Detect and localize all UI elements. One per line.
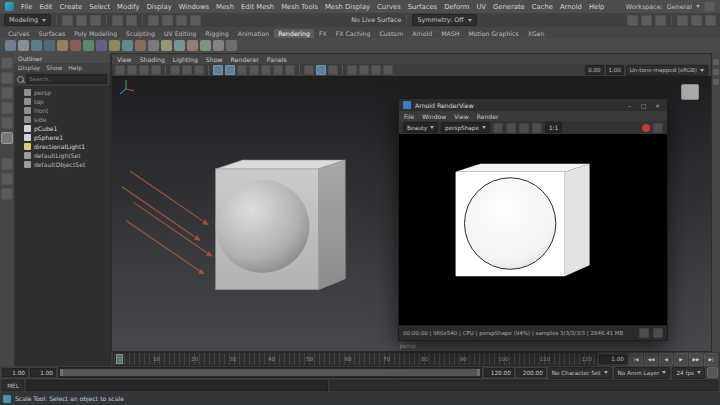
rotate-tool-icon[interactable] <box>1 117 13 129</box>
2d-pan-zoom-icon[interactable] <box>182 65 192 75</box>
viewport-menu-renderer[interactable]: Renderer <box>231 56 259 63</box>
shelf-tab-animation[interactable]: Animation <box>234 29 274 38</box>
exposure-field[interactable]: 0.00 <box>585 65 603 75</box>
open-scene-icon[interactable] <box>76 15 87 26</box>
playback-start-field[interactable]: 1.00 <box>2 368 28 377</box>
layout-single-pane-icon[interactable] <box>1 158 13 170</box>
paint-select-tool-icon[interactable] <box>1 87 13 99</box>
menubar-item-edit[interactable]: Edit <box>39 3 52 11</box>
shelf-icon[interactable] <box>226 40 237 51</box>
xray-joints-icon[interactable] <box>328 65 338 75</box>
outliner-menu-show[interactable]: Show <box>46 64 62 71</box>
maximize-button[interactable]: □ <box>638 101 649 110</box>
viewport-menu-view[interactable]: View <box>117 56 132 63</box>
menubar-item-edit-mesh[interactable]: Edit Mesh <box>241 3 274 11</box>
scale-tool-icon[interactable] <box>1 132 13 144</box>
shelf-tab-sculpting[interactable]: Sculpting <box>122 29 159 38</box>
layout-two-pane-icon[interactable] <box>1 188 13 200</box>
arnold-title-bar[interactable]: Arnold RenderView – □ × <box>399 99 667 111</box>
shelf-tab-xgen[interactable]: XGen <box>524 29 549 38</box>
shelf-icon[interactable] <box>31 40 42 51</box>
range-slider-handle[interactable] <box>60 369 480 376</box>
outliner-item-pcube1[interactable]: pCube1 <box>14 124 110 133</box>
shelf-tab-surfaces[interactable]: Surfaces <box>34 29 69 38</box>
snap-to-plane-icon[interactable] <box>190 15 201 26</box>
menubar-item-help[interactable]: Help <box>589 3 605 11</box>
step-forward-button[interactable]: ▶▶ <box>689 353 703 366</box>
viewport-menu-show[interactable]: Show <box>206 56 223 63</box>
attribute-editor-toggle-icon[interactable] <box>713 59 719 65</box>
zoom-1-1-button[interactable]: 1:1 <box>545 122 562 133</box>
go-to-end-button[interactable]: ▶| <box>704 353 718 366</box>
motion-blur-icon[interactable] <box>285 65 295 75</box>
select-tool-icon[interactable] <box>1 57 13 69</box>
menubar-item-cache[interactable]: Cache <box>532 3 553 11</box>
gamma-field[interactable]: 1.00 <box>606 65 624 75</box>
no-live-surface-label[interactable]: No Live Surface <box>351 16 401 24</box>
shaded-icon[interactable] <box>225 65 235 75</box>
pause-render-icon[interactable] <box>506 123 516 133</box>
viewport-menu-shading[interactable]: Shading <box>140 56 165 63</box>
menubar-item-curves[interactable]: Curves <box>377 3 401 11</box>
shelf-tab-curves[interactable]: Curves <box>4 29 33 38</box>
menubar-item-modify[interactable]: Modify <box>117 3 140 11</box>
shelf-tab-motion-graphics[interactable]: Motion Graphics <box>464 29 522 38</box>
redo-icon[interactable] <box>126 15 137 26</box>
menubar-item-mesh[interactable]: Mesh <box>216 3 234 11</box>
close-button[interactable]: × <box>652 101 663 110</box>
outliner-item-directionallight1[interactable]: directionalLight1 <box>14 142 110 151</box>
shelf-tab-rendering[interactable]: Rendering <box>274 29 314 38</box>
outliner-item-defaultobjectset[interactable]: defaultObjectSet <box>14 160 110 169</box>
menubar-item-arnold[interactable]: Arnold <box>560 3 582 11</box>
menubar-item-surfaces[interactable]: Surfaces <box>408 3 437 11</box>
menubar-item-deform[interactable]: Deform <box>444 3 469 11</box>
menubar-item-uv[interactable]: UV <box>476 3 486 11</box>
start-ipr-icon[interactable] <box>493 123 503 133</box>
shelf-icon[interactable] <box>83 40 94 51</box>
shelf-icon[interactable] <box>5 40 16 51</box>
arnold-menu-render[interactable]: Render <box>477 113 499 120</box>
shelf-tab-poly-modeling[interactable]: Poly Modeling <box>70 29 121 38</box>
play-button[interactable]: ▶ <box>674 353 688 366</box>
shelf-icon[interactable] <box>44 40 55 51</box>
stop-render-icon[interactable] <box>642 124 650 132</box>
outliner-item-persp[interactable]: persp <box>14 88 110 97</box>
viewport-menu-lighting[interactable]: Lighting <box>173 56 198 63</box>
fps-selector[interactable]: 24 fps <box>672 367 705 379</box>
bookmark-icon[interactable] <box>151 65 161 75</box>
render-settings-icon[interactable] <box>655 15 666 26</box>
sidebar-tool-settings-icon[interactable] <box>691 15 702 26</box>
shelf-icon[interactable] <box>122 40 133 51</box>
viewport-hud-button[interactable] <box>681 84 699 100</box>
sidebar-channel-box-icon[interactable] <box>705 15 716 26</box>
shelf-icon[interactable] <box>96 40 107 51</box>
aov-selector[interactable]: Beauty <box>403 122 438 133</box>
anim-layer-selector[interactable]: No Anim Layer <box>614 367 671 379</box>
shelf-icon[interactable] <box>200 40 211 51</box>
lock-camera-icon[interactable] <box>127 65 137 75</box>
menubar-item-display[interactable]: Display <box>147 3 172 11</box>
shelf-tab-custom[interactable]: Custom <box>375 29 407 38</box>
time-slider-track[interactable]: 1 10 20 30 40 50 60 70 80 90 100 110 120 <box>113 352 597 366</box>
xray-icon[interactable] <box>316 65 326 75</box>
auto-keyframe-toggle-icon[interactable] <box>707 367 718 378</box>
range-slider-bar[interactable] <box>58 367 482 378</box>
play-backwards-button[interactable]: ◀ <box>659 353 673 366</box>
shelf-icon[interactable] <box>148 40 159 51</box>
outliner-menu-display[interactable]: Display <box>18 64 40 71</box>
animation-start-field[interactable]: 1.00 <box>30 368 56 377</box>
minimize-button[interactable]: – <box>624 101 635 110</box>
undo-icon[interactable] <box>112 15 123 26</box>
display-settings-icon[interactable] <box>653 328 663 338</box>
shelf-icon[interactable] <box>161 40 172 51</box>
menubar-item-select[interactable]: Select <box>89 3 110 11</box>
arnold-menu-view[interactable]: View <box>454 113 468 120</box>
snapshot-icon[interactable] <box>532 123 542 133</box>
arnold-renderview-window[interactable]: Arnold RenderView – □ × File Window View… <box>398 98 668 341</box>
tool-settings-toggle-icon[interactable] <box>713 69 719 75</box>
new-scene-icon[interactable] <box>62 15 73 26</box>
screen-space-ao-icon[interactable] <box>273 65 283 75</box>
resolution-gate-icon[interactable] <box>371 65 381 75</box>
save-image-icon[interactable] <box>639 328 649 338</box>
shelf-tab-fx-caching[interactable]: FX Caching <box>332 29 375 38</box>
